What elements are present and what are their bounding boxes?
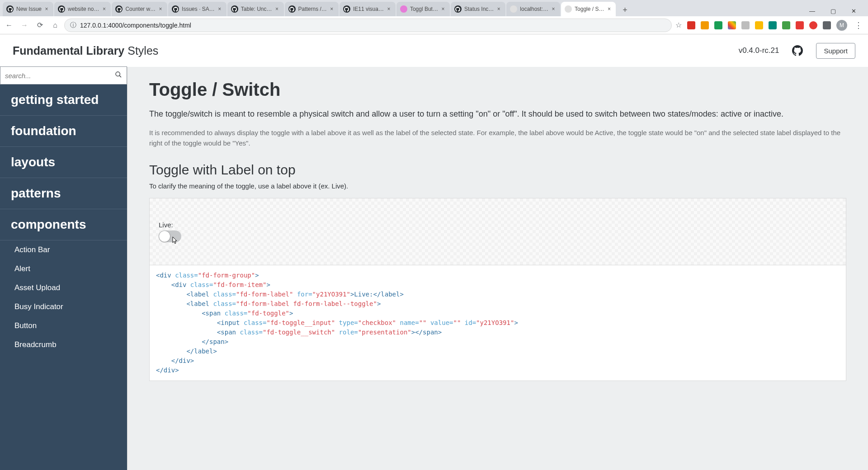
- page-content: Fundamental Library Styles v0.4.0-rc.21 …: [0, 34, 868, 470]
- svg-line-1: [119, 75, 121, 77]
- extension-icon[interactable]: [769, 21, 777, 29]
- browser-tab[interactable]: website no…×: [54, 2, 111, 16]
- browser-toolbar: ← → ⟳ ⌂ ⓘ 127.0.0.1:4000/components/togg…: [0, 16, 868, 34]
- browser-tab[interactable]: localhost:…×: [506, 2, 560, 16]
- extension-icon[interactable]: [728, 21, 736, 29]
- close-tab-icon[interactable]: ×: [606, 6, 612, 12]
- github-favicon-icon: [343, 5, 350, 13]
- extension-icon[interactable]: [809, 21, 817, 29]
- tab-title: Issues · SA…: [182, 6, 215, 12]
- page-title: Toggle / Switch: [149, 80, 846, 100]
- search-box[interactable]: [0, 66, 127, 85]
- extension-icon[interactable]: [823, 21, 831, 29]
- github-favicon-icon: [6, 5, 14, 13]
- close-tab-icon[interactable]: ×: [550, 6, 557, 12]
- blank-favicon-icon: [565, 5, 572, 13]
- profile-avatar[interactable]: M: [836, 20, 847, 31]
- browser-tab[interactable]: Issues · SA…×: [168, 2, 226, 16]
- close-tab-icon[interactable]: ×: [101, 6, 107, 12]
- extension-icon[interactable]: [714, 21, 722, 29]
- new-tab-button[interactable]: +: [618, 4, 631, 16]
- forward-button[interactable]: →: [19, 20, 30, 31]
- extension-icon[interactable]: [741, 21, 750, 29]
- sidebar-item-components[interactable]: components: [0, 209, 127, 240]
- sidebar-sub-busy-indicator[interactable]: Busy Indicator: [0, 297, 127, 316]
- sidebar-sub-breadcrumb[interactable]: Breadcrumb: [0, 335, 127, 354]
- toggle-label: Live:: [159, 221, 837, 229]
- close-tab-icon[interactable]: ×: [217, 6, 223, 12]
- back-button[interactable]: ←: [4, 20, 14, 31]
- tab-title: Counter w…: [125, 6, 156, 12]
- cursor-icon: [171, 236, 179, 247]
- close-tab-icon[interactable]: ×: [157, 6, 164, 12]
- section-heading: Toggle with Label on top: [149, 162, 846, 178]
- side-navigation[interactable]: getting started foundation layouts patte…: [0, 85, 127, 470]
- sidebar-sub-asset-upload[interactable]: Asset Upload: [0, 278, 127, 297]
- close-tab-icon[interactable]: ×: [43, 6, 50, 12]
- toggle-knob: [159, 231, 170, 242]
- github-favicon-icon: [172, 5, 179, 13]
- sidebar-item-patterns[interactable]: patterns: [0, 178, 127, 209]
- maximize-button[interactable]: ▢: [827, 6, 840, 16]
- support-button[interactable]: Support: [816, 43, 855, 59]
- browser-tab[interactable]: Counter w…×: [112, 2, 167, 16]
- extension-icon[interactable]: [796, 21, 804, 29]
- sidebar-sub-alert[interactable]: Alert: [0, 259, 127, 278]
- search-icon[interactable]: [115, 71, 122, 80]
- section-sub: To clarify the meaning of the toggle, us…: [149, 182, 846, 190]
- github-icon[interactable]: [792, 45, 803, 56]
- main-content-scroll[interactable]: Toggle / Switch The toggle/switch is mea…: [127, 67, 868, 470]
- toggle-switch[interactable]: [159, 230, 181, 242]
- close-window-button[interactable]: ✕: [848, 6, 860, 16]
- url-text: 127.0.0.1:4000/components/toggle.html: [80, 22, 191, 29]
- tab-title: Patterns /…: [298, 6, 327, 12]
- tab-title: localhost:…: [520, 6, 548, 12]
- browser-tab[interactable]: New Issue×: [3, 2, 53, 16]
- extension-icon[interactable]: [687, 21, 695, 29]
- blank-favicon-icon: [510, 5, 517, 13]
- browser-tab[interactable]: Toggl But…×: [396, 2, 450, 16]
- browser-tab[interactable]: Toggle / S…×: [561, 2, 616, 16]
- browser-tab[interactable]: Table: Unc…×: [227, 2, 284, 16]
- toggl-favicon-icon: [400, 5, 407, 13]
- site-info-icon[interactable]: ⓘ: [70, 21, 76, 29]
- extension-icon[interactable]: [782, 21, 790, 29]
- close-tab-icon[interactable]: ×: [274, 6, 280, 12]
- browser-tab[interactable]: IE11 visua…×: [340, 2, 396, 16]
- reload-button[interactable]: ⟳: [34, 20, 45, 31]
- github-favicon-icon: [115, 5, 123, 13]
- tab-title: New Issue: [16, 6, 42, 12]
- extension-icon[interactable]: [701, 21, 709, 29]
- close-tab-icon[interactable]: ×: [386, 6, 392, 12]
- code-snippet[interactable]: <div class="fd-form-group"> <div class="…: [149, 265, 846, 381]
- address-bar[interactable]: ⓘ 127.0.0.1:4000/components/toggle.html: [64, 19, 672, 32]
- description-paragraph: It is recommended to always display the …: [149, 127, 846, 149]
- home-button[interactable]: ⌂: [50, 20, 61, 31]
- sidebar-item-layouts[interactable]: layouts: [0, 147, 127, 178]
- browser-tab[interactable]: Status Inc…×: [451, 2, 505, 16]
- tab-title: Status Inc…: [464, 6, 494, 12]
- close-tab-icon[interactable]: ×: [440, 6, 446, 12]
- sidebar-item-getting-started[interactable]: getting started: [0, 85, 127, 116]
- tab-title: Toggle / S…: [575, 6, 604, 12]
- bookmark-icon[interactable]: ☆: [675, 21, 682, 29]
- close-tab-icon[interactable]: ×: [495, 6, 502, 12]
- github-favicon-icon: [58, 5, 65, 13]
- tab-title: Table: Unc…: [241, 6, 272, 12]
- minimize-button[interactable]: —: [806, 6, 819, 16]
- lead-paragraph: The toggle/switch is meant to resemble a…: [149, 108, 846, 120]
- close-tab-icon[interactable]: ×: [329, 6, 335, 12]
- brand-title[interactable]: Fundamental Library Styles: [13, 44, 158, 57]
- browser-tab[interactable]: Patterns /…×: [285, 2, 339, 16]
- tab-title: website no…: [68, 6, 99, 12]
- browser-menu-icon[interactable]: ⋮: [853, 20, 864, 30]
- search-input[interactable]: [5, 72, 115, 80]
- version-label: v0.4.0-rc.21: [739, 46, 779, 55]
- tab-title: Toggl But…: [410, 6, 438, 12]
- sidebar-item-foundation[interactable]: foundation: [0, 116, 127, 147]
- sidebar-sub-button[interactable]: Button: [0, 316, 127, 335]
- sidebar-sub-action-bar[interactable]: Action Bar: [0, 240, 127, 259]
- example-preview: Live:: [149, 198, 846, 265]
- tab-title: IE11 visua…: [353, 6, 384, 12]
- extension-icon[interactable]: [755, 21, 763, 29]
